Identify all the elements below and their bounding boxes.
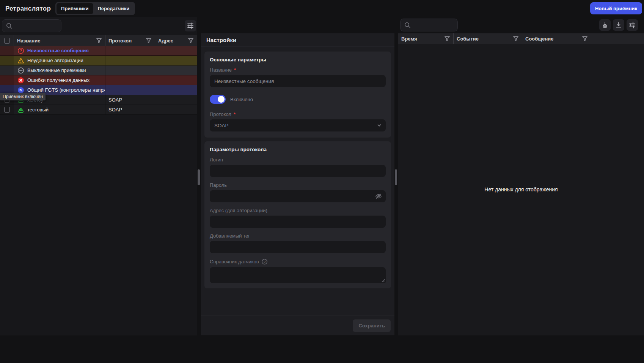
table-row[interactable]: Ошибки получения данных bbox=[0, 75, 197, 85]
tag-label: Добавляемый тег bbox=[210, 233, 386, 239]
row-name-cell: ? Неизвестные сообщения bbox=[14, 46, 105, 55]
settings-footer: Сохранить bbox=[201, 316, 394, 335]
row-name-cell: Неудачные авторизации bbox=[14, 56, 105, 65]
row-name-cell: тестовый bbox=[14, 105, 105, 114]
resize-grip-icon[interactable] bbox=[382, 279, 385, 282]
protocol-field-group: Протокол * SOAP bbox=[210, 111, 386, 131]
events-filter-settings-button[interactable] bbox=[627, 19, 638, 31]
row-name: Ошибки получения данных bbox=[27, 77, 90, 83]
column-header-address: Адрес bbox=[155, 35, 197, 46]
row-checkbox[interactable] bbox=[4, 107, 10, 113]
name-field-group: Название * Неизвестные сообщения bbox=[210, 67, 386, 87]
receivers-toolbar bbox=[0, 17, 197, 33]
filter-icon[interactable] bbox=[582, 36, 588, 42]
view-tabs: Приёмники Передатчики bbox=[55, 2, 135, 15]
login-field-group: Логин bbox=[210, 157, 386, 177]
tab-receivers[interactable]: Приёмники bbox=[57, 3, 93, 14]
events-search-input[interactable] bbox=[413, 22, 454, 28]
enabled-toggle-row: Включено bbox=[210, 95, 386, 104]
column-header-time: Время bbox=[398, 33, 453, 44]
row-protocol bbox=[105, 66, 155, 75]
filter-icon[interactable] bbox=[188, 38, 194, 44]
svg-text:?: ? bbox=[20, 49, 22, 53]
auth-address-field-group: Адрес (для авторизации) bbox=[210, 208, 386, 228]
clear-events-button[interactable] bbox=[599, 19, 611, 31]
label-text: Протокол bbox=[210, 111, 231, 117]
receivers-filter-settings-button[interactable] bbox=[185, 20, 196, 31]
protocol-value: SOAP bbox=[214, 123, 229, 128]
password-field[interactable] bbox=[210, 190, 386, 202]
table-row[interactable]: ? Неизвестные сообщения bbox=[0, 46, 197, 56]
required-marker: * bbox=[234, 111, 236, 117]
column-header-name: Название bbox=[14, 35, 105, 46]
tag-field[interactable] bbox=[210, 241, 386, 253]
row-checkbox-cell bbox=[0, 46, 14, 55]
events-toolbar-buttons bbox=[599, 19, 638, 31]
label-text: Название bbox=[210, 67, 232, 73]
row-name: тестовый bbox=[27, 107, 49, 113]
row-address bbox=[155, 66, 197, 75]
row-checkbox-cell bbox=[0, 105, 14, 114]
minus-circle-icon bbox=[17, 67, 24, 74]
receivers-search-input[interactable] bbox=[15, 23, 57, 28]
row-name: Выключенные приемники bbox=[27, 67, 86, 73]
events-table-header: Время Событие Сообщение bbox=[398, 33, 644, 44]
sensors-textarea[interactable] bbox=[210, 267, 386, 283]
help-icon[interactable]: ? bbox=[261, 258, 268, 265]
name-field[interactable]: Неизвестные сообщения bbox=[210, 75, 386, 87]
row-checkbox-cell bbox=[0, 56, 14, 65]
row-protocol bbox=[105, 85, 155, 95]
row-address bbox=[155, 105, 197, 114]
tab-transmitters[interactable]: Передатчики bbox=[93, 3, 134, 14]
settings-body: Основные параметры Название * Неизвестны… bbox=[201, 47, 394, 316]
select-all-checkbox[interactable] bbox=[4, 38, 10, 44]
svg-text:?: ? bbox=[264, 260, 265, 264]
login-label: Логин bbox=[210, 157, 386, 163]
row-protocol: SOAP bbox=[105, 105, 155, 114]
filter-icon[interactable] bbox=[96, 38, 102, 44]
row-protocol bbox=[105, 56, 155, 65]
new-receiver-button[interactable]: Новый приёмник bbox=[590, 2, 642, 14]
error-circle-icon bbox=[17, 77, 24, 84]
column-header-event: Событие bbox=[453, 33, 522, 44]
row-protocol bbox=[105, 46, 155, 55]
warning-triangle-icon bbox=[17, 57, 24, 64]
column-label: Название bbox=[17, 38, 40, 44]
table-row[interactable]: Выключенные приемники bbox=[0, 66, 197, 75]
events-panel: Время Событие Сообщение Нет данных для о… bbox=[398, 33, 644, 335]
enabled-toggle[interactable] bbox=[210, 95, 226, 104]
section-title: Основные параметры bbox=[210, 57, 386, 63]
protocol-label: Протокол * bbox=[210, 111, 386, 117]
row-name: Общий FGTS (контроллеры напрямую) bbox=[27, 87, 105, 93]
section-title: Параметры протокола bbox=[210, 147, 386, 152]
label-text: Справочник датчиков bbox=[210, 259, 259, 264]
receivers-search[interactable] bbox=[2, 19, 61, 32]
panel-resize-handle[interactable] bbox=[198, 169, 200, 185]
filter-icon[interactable] bbox=[444, 36, 450, 42]
row-address bbox=[155, 46, 197, 55]
events-search[interactable] bbox=[400, 19, 458, 31]
row-address bbox=[155, 56, 197, 65]
filter-icon[interactable] bbox=[146, 38, 152, 44]
auth-address-field[interactable] bbox=[210, 216, 386, 228]
save-button[interactable]: Сохранить bbox=[353, 319, 391, 332]
sensors-label: Справочник датчиков ? bbox=[210, 258, 386, 265]
column-header-message: Сообщение bbox=[522, 33, 591, 44]
eye-off-icon[interactable] bbox=[375, 193, 382, 200]
column-label: Протокол bbox=[108, 38, 132, 44]
tooltip: Приёмник включён bbox=[0, 93, 46, 100]
table-row[interactable]: тестовый SOAP bbox=[0, 105, 197, 115]
download-events-button[interactable] bbox=[613, 19, 624, 31]
row-name-cell: Ошибки получения данных bbox=[14, 75, 105, 85]
row-name-cell: Выключенные приемники bbox=[14, 66, 105, 75]
login-field[interactable] bbox=[210, 165, 386, 177]
app-title: Ретранслятор bbox=[5, 5, 51, 13]
column-label: Сообщение bbox=[525, 36, 554, 42]
row-name: Неизвестные сообщения bbox=[27, 48, 89, 53]
enabled-label: Включено bbox=[230, 97, 253, 102]
protocol-select[interactable]: SOAP bbox=[210, 119, 386, 131]
table-row[interactable]: Неудачные авторизации bbox=[0, 56, 197, 66]
receivers-panel: Название Протокол Адрес ? Неизвестные со… bbox=[0, 17, 197, 335]
filter-icon[interactable] bbox=[513, 36, 519, 42]
panel-resize-handle[interactable] bbox=[395, 169, 397, 185]
